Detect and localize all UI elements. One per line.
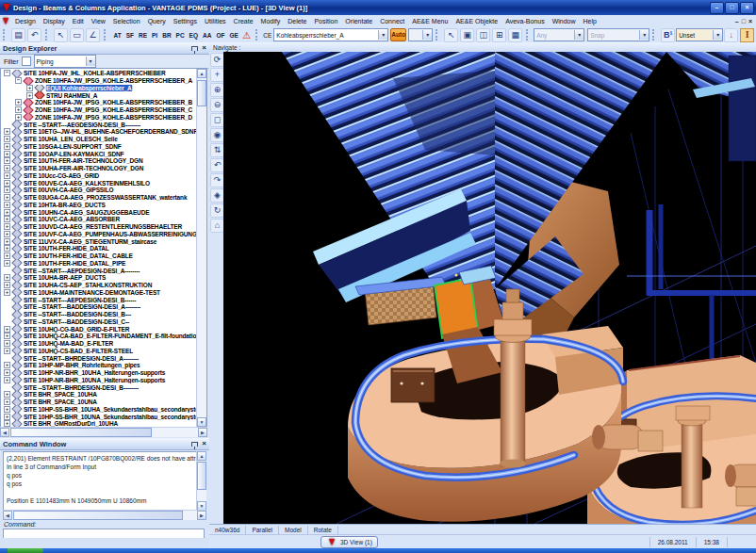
tree-expander[interactable]: + (4, 216, 10, 222)
toolbar-handle[interactable] (652, 29, 657, 41)
windows-icon[interactable]: ⊞ (492, 28, 506, 42)
menu-item[interactable]: Delete (284, 17, 310, 25)
tree-item[interactable]: + SITE 10UHA-MAINTENANCE-DEMONTAGE-TEST (1, 289, 197, 297)
toolbar-handle[interactable] (255, 29, 260, 41)
save-icon[interactable]: ▣ (460, 28, 474, 42)
mdi-restore-button[interactable]: □ (742, 18, 746, 24)
tree-item[interactable]: + SITE 00UVE-CA-AEG_KALKSTEINMEHLSILO (1, 179, 197, 187)
tree-item[interactable]: + SITE 10UHA-CS-AEP_STAHLKONSTRUKTION (1, 282, 197, 289)
element-type-button[interactable]: RE (137, 32, 150, 39)
filter-checkbox[interactable] (22, 57, 31, 66)
tree-item[interactable]: + SITE 10UTH-FER-HIDE_DATAL (1, 245, 197, 252)
menu-item[interactable]: Display (40, 17, 69, 25)
command-vertical-scrollbar[interactable]: ▲ ▼ (196, 451, 206, 511)
close-button[interactable]: × (740, 2, 754, 14)
tree-item[interactable]: SITE --START---AEPDESIGN-DESI_A-------- (1, 267, 197, 274)
scroll-up-arrow[interactable]: ▲ (197, 69, 206, 78)
tree-expander[interactable]: + (4, 369, 10, 376)
tree-item[interactable]: + SITE 10UTH-FER-HIDE_DATAL_CABLE (1, 252, 197, 260)
walk-icon[interactable]: ⇅ (210, 143, 224, 157)
clipboard-icon[interactable]: ▤ (11, 28, 25, 42)
tree-expander[interactable]: + (4, 398, 10, 405)
tree-item[interactable]: SITE --START--BHRDESIGN-DESI_B-------- (1, 383, 197, 391)
menu-item[interactable]: Design (11, 17, 40, 25)
tree-expander[interactable]: + (4, 377, 10, 383)
tree-item[interactable]: + SITE 10UHA_LEN_OLESCH_Seile (1, 136, 197, 143)
tree-expander[interactable]: − (4, 70, 10, 76)
tree-expander[interactable]: + (4, 157, 10, 164)
tree-expander[interactable]: + (4, 180, 10, 187)
tree-item[interactable]: + EQUI Kohleabsperrschieber_A (1, 85, 197, 92)
tree-item[interactable]: + SITE 10UVF-CA-AEG_PUMPENHAUS-ABWASSERR… (1, 231, 197, 238)
tree-item[interactable]: SITE --START---BADDESIGN-DESI_C-- (1, 318, 197, 326)
tree-item[interactable]: + SITE 10UHA-BR-AEP_DUCTS (1, 274, 197, 282)
tree-item[interactable]: + SITE 10HTA-BR-AEG_DUCTS (1, 202, 197, 209)
tree-expander[interactable]: + (4, 128, 10, 135)
tree-expander[interactable]: − (15, 77, 22, 84)
tree-item[interactable]: + SITE 10SGA-LEN-SUPPORT_SDNF (1, 143, 197, 151)
menu-item[interactable]: Modify (257, 17, 285, 25)
tree-expander[interactable]: + (4, 136, 10, 142)
tree-item[interactable]: + SITE 10UVD-CA-AEG_RESTENTLEERUNGSBEHAE… (1, 223, 197, 231)
tree-expander[interactable]: + (4, 151, 10, 157)
iso-view-icon[interactable]: ◈ (210, 188, 224, 203)
element-type-button[interactable]: SF (123, 32, 136, 39)
chevron-down-icon[interactable]: ▾ (378, 30, 387, 40)
tree-expander[interactable]: + (15, 106, 22, 113)
ce-element-combo[interactable]: Kohleabsperrschieber_A ▾ (273, 28, 388, 41)
tree-vertical-scrollbar[interactable]: ▲ ▼ (196, 69, 206, 427)
tree-expander[interactable]: + (4, 414, 10, 420)
menu-item[interactable]: Position (310, 17, 341, 25)
tree-item[interactable]: + STRU RAHMEN_A (1, 91, 197, 99)
tree-item[interactable]: + SITE 10Ucc-CG-AEG_GRID (1, 172, 197, 180)
tree-item[interactable]: + SITE 10UVC-CA-AEG_ABSORBER (1, 216, 197, 223)
menu-item[interactable]: AE&E Objekte (452, 17, 501, 25)
tree-item[interactable]: + ZONE 10HFA-JW_IPSG_KOHLE-ABSPERRSCHIEB… (1, 99, 197, 106)
tree-item[interactable]: SITE --START---BADDESIGN-DESI_B--- (1, 311, 197, 318)
tree-item[interactable]: + SITE 10UTH-FER-HIDE_DATAL_PIPE (1, 260, 197, 268)
tree-expander[interactable]: + (4, 362, 10, 368)
tree-item[interactable]: − SITE 10HFA-JW_IHL_KOHLE-ABSPERRSCHIEBE… (1, 70, 197, 77)
scroll-right-arrow[interactable]: ▶ (198, 428, 207, 437)
pin-icon[interactable] (191, 442, 198, 447)
tree-item[interactable]: − ZONE 10HFA-JW_IPSG_KOHLE-ABSPERRSCHIEB… (1, 77, 197, 85)
measure-angle-icon[interactable]: ∠ (86, 28, 100, 42)
mdi-close-button[interactable]: × (748, 18, 752, 24)
scroll-thumb[interactable] (197, 80, 206, 106)
tree-item[interactable]: + SITE BHR_SPACE_10UNA (1, 398, 197, 406)
menu-item[interactable]: View (88, 17, 109, 25)
minimize-button[interactable]: – (710, 2, 724, 14)
view-tab[interactable]: 3D View (1) (320, 536, 378, 548)
scroll-right-arrow[interactable]: ▶ (197, 511, 206, 520)
filter-combo[interactable]: Piping ▾ (34, 55, 96, 68)
scroll-left-arrow[interactable]: ◀ (0, 428, 9, 437)
auto-button[interactable]: Auto (390, 28, 406, 41)
tree-expander[interactable]: + (4, 238, 10, 245)
tree-item[interactable]: + SITE 03UGA-CA-AEG_PROZESSWASSERTANK_wa… (1, 194, 197, 202)
command-output[interactable]: (2,201) Element RESTRAINT /10PG870BQ002/… (3, 451, 206, 512)
menu-item[interactable]: Help (580, 17, 600, 25)
refresh-view-icon[interactable]: ↻ (210, 203, 224, 218)
maximize-button[interactable]: □ (725, 2, 739, 14)
tree-item[interactable]: + SITE 10HP-MP-BHR_Rohrleitungen_pipes (1, 362, 197, 369)
tree-expander[interactable]: + (4, 187, 10, 193)
tree-item[interactable]: + SITE 10HP-NR-BHR_10UHA_Halterungen-sup… (1, 369, 197, 377)
tree-expander[interactable]: + (4, 202, 10, 208)
tree-expander[interactable]: + (26, 92, 33, 99)
tree-item[interactable]: + SITE 10UHQ-CG-BAD_GRID-E-FILTER (1, 325, 197, 333)
toolbar-handle[interactable] (104, 29, 108, 41)
tree-expander[interactable]: + (4, 406, 10, 413)
look-icon[interactable]: ◉ (210, 128, 224, 142)
scroll-left-arrow[interactable]: ◀ (3, 511, 12, 520)
tree-item[interactable]: SITE --START--BHRDESIGN-DESI_A-------- (1, 354, 197, 362)
tree-expander[interactable]: + (4, 333, 10, 339)
next-view-icon[interactable]: ↷ (210, 173, 224, 187)
tree-expander[interactable]: + (4, 172, 10, 179)
tree-expander[interactable]: + (4, 252, 10, 259)
beam-b1-icon[interactable]: B¹ (661, 28, 675, 42)
tree-item[interactable]: + ZONE 10HFA-JW_IPSG_KOHLE-ABSPERRSCHIEB… (1, 106, 197, 114)
toolbar-handle[interactable] (436, 29, 440, 41)
orbit-icon[interactable]: ⟳ (210, 53, 224, 67)
save-view-icon[interactable]: ◫ (476, 28, 490, 42)
tree-item[interactable]: + SITE 11UVX-CA-AEG_STIEGENTURM_staircas… (1, 237, 197, 245)
